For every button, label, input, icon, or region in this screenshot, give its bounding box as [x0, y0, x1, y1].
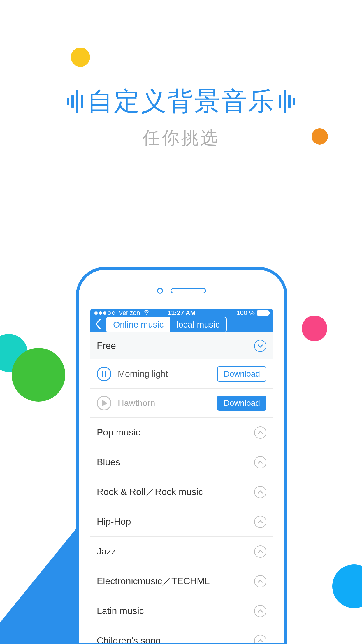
track-title: Morning light — [118, 369, 211, 379]
decorative-circle — [12, 348, 65, 402]
music-list[interactable]: Free Morning light Download Hawthorn Dow… — [90, 332, 273, 643]
phone-speaker — [157, 288, 206, 294]
chevron-up-icon — [254, 545, 266, 558]
chevron-up-icon — [254, 426, 266, 439]
category-row[interactable]: Hip-Hop — [90, 507, 273, 537]
decorative-circle — [71, 48, 90, 67]
segment-online-music[interactable]: Online music — [107, 317, 170, 332]
chevron-up-icon — [254, 635, 266, 643]
category-title: Children's song — [97, 635, 254, 643]
section-title: Free — [97, 340, 254, 351]
category-row[interactable]: Blues — [90, 447, 273, 477]
status-bar: Verizon 11:27 AM 100 % — [90, 309, 273, 317]
chevron-up-icon — [254, 605, 266, 617]
category-title: Hip-Hop — [97, 516, 254, 527]
play-button[interactable] — [97, 396, 111, 410]
segmented-control: Online music local music — [106, 317, 227, 332]
category-title: Jazz — [97, 546, 254, 557]
chevron-up-icon — [254, 575, 266, 587]
section-header-free[interactable]: Free — [90, 332, 273, 359]
decorative-circle — [302, 316, 327, 341]
phone-screen: Verizon 11:27 AM 100 % Online music loca… — [90, 309, 273, 643]
download-button[interactable]: Download — [217, 396, 266, 411]
category-title: Latin music — [97, 606, 254, 616]
battery-icon — [257, 310, 269, 316]
download-button[interactable]: Download — [217, 366, 266, 382]
headline-title: 自定义背景音乐 — [87, 84, 275, 119]
pause-button[interactable] — [97, 367, 111, 381]
nav-bar: Online music local music — [90, 317, 273, 332]
category-title: Rock & Roll／Rock music — [97, 486, 254, 498]
wifi-icon — [143, 309, 150, 317]
segment-local-music[interactable]: local music — [170, 317, 226, 332]
svg-point-0 — [146, 314, 147, 315]
signal-icon — [94, 312, 115, 315]
chevron-up-icon — [254, 456, 266, 468]
track-row: Morning light Download — [90, 359, 273, 388]
soundwave-icon — [67, 90, 83, 113]
category-row[interactable]: Latin music — [90, 596, 273, 626]
battery-label: 100 % — [237, 309, 255, 317]
chevron-up-icon — [254, 516, 266, 528]
phone-frame: Verizon 11:27 AM 100 % Online music loca… — [76, 267, 287, 644]
back-button[interactable] — [95, 318, 101, 331]
category-title: Pop music — [97, 427, 254, 438]
decorative-circle — [332, 564, 362, 608]
soundwave-icon — [279, 90, 295, 113]
category-title: Electronicmusic／TECHML — [97, 575, 254, 588]
category-title: Blues — [97, 457, 254, 468]
chevron-down-icon — [254, 340, 266, 352]
category-row[interactable]: Electronicmusic／TECHML — [90, 566, 273, 596]
category-row[interactable]: Pop music — [90, 418, 273, 447]
carrier-label: Verizon — [119, 309, 140, 317]
headline-subtitle: 任你挑选 — [0, 126, 362, 150]
headline: 自定义背景音乐 任你挑选 — [0, 84, 362, 150]
category-row[interactable]: Rock & Roll／Rock music — [90, 477, 273, 507]
track-title: Hawthorn — [118, 398, 211, 408]
category-row[interactable]: Jazz — [90, 537, 273, 566]
track-row: Hawthorn Download — [90, 388, 273, 418]
category-row[interactable]: Children's song — [90, 626, 273, 643]
chevron-up-icon — [254, 486, 266, 498]
